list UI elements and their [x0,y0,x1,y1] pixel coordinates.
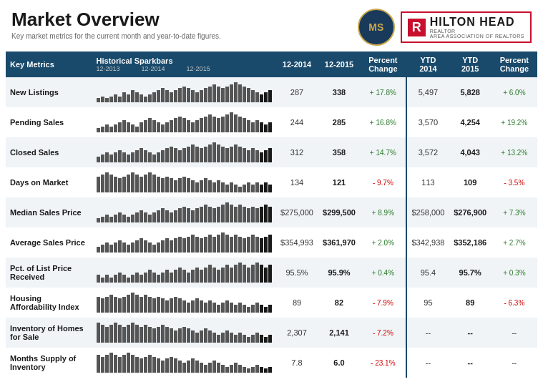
header-left: Market Overview Key market metrics for t… [11,9,221,40]
page-subtitle: Key market metrics for the current month… [11,32,221,40]
val-2014-cell: 95.5% [276,258,318,288]
ytd-pct-change-cell: + 6.0% [491,77,537,107]
ytd-2015-cell: 4,043 [449,137,491,167]
ytd-2014-cell: $342,938 [406,227,449,258]
ytd-pct-change-cell: + 2.7% [491,227,537,258]
sparkbar [97,351,272,374]
pct-change-cell: + 0.4% [360,258,406,288]
sparkbar-cell [92,77,276,107]
ytd-pct-change-cell: -- [491,348,537,378]
sparkbar-sub-header: 12-2013 12-2014 12-2015 [97,65,272,72]
ytd-2015-cell: -- [449,348,491,378]
hilton-head-text: HILTON HEAD REALTOR AREA ASSOCIATION OF … [430,16,524,39]
val-2015-cell: 358 [318,137,361,167]
ytd-pct-change-cell: -- [491,318,537,348]
val-2015-cell: 95.9% [318,258,361,288]
val-2015-cell: 2,141 [318,318,361,348]
table-row: New Listings287338+ 17.8%5,4975,828+ 6.0… [6,77,537,107]
header-logos: MS R HILTON HEAD REALTOR AREA ASSOCIATIO… [358,9,532,46]
sparkbar-cell [92,348,276,378]
pct-change-cell: + 8.9% [360,197,406,227]
ytd-2015-cell: 109 [449,167,491,197]
metric-name-cell: Inventory of Homes for Sale [6,318,92,348]
sparkbar-cell [92,137,276,167]
val-2014-cell: 312 [276,137,318,167]
sparkbar [97,141,272,164]
ytd-pct-change-cell: + 7.3% [491,197,537,227]
sparkbar [97,111,272,134]
ytd-2015-cell: 95.7% [449,258,491,288]
area-association-label: AREA ASSOCIATION OF REALTORS [430,34,524,39]
ytd-2014-cell: 3,572 [406,137,449,167]
col-header-historical: Historical Sparkbars 12-2013 12-2014 12-… [92,52,276,77]
ytd-2014-cell: 113 [406,167,449,197]
val-2014-cell: 89 [276,288,318,318]
table-row: Months Supply of Inventory7.86.0- 23.1%-… [6,348,537,378]
table-row: Inventory of Homes for Sale2,3072,141- 7… [6,318,537,348]
metric-name-cell: Pending Sales [6,107,92,137]
val-2014-cell: 2,307 [276,318,318,348]
val-2015-cell: $299,500 [318,197,361,227]
sparkbar [97,171,272,194]
col-header-ytd-2015: YTD 2015 [449,52,491,77]
val-2015-cell: $361,970 [318,227,361,258]
ytd-2015-cell: 4,254 [449,107,491,137]
market-overview-table: Key Metrics Historical Sparkbars 12-2013… [6,52,537,378]
sparkbar-cell [92,288,276,318]
sparkbar-cell [92,197,276,227]
table-row: Pct. of List Price Received95.5%95.9%+ 0… [6,258,537,288]
val-2014-cell: 7.8 [276,348,318,378]
ytd-pct-change-cell: - 6.3% [491,288,537,318]
ytd-2014-cell: 95 [406,288,449,318]
sparkbar-cell [92,107,276,137]
pct-change-cell: + 17.8% [360,77,406,107]
ytd-2015-cell: -- [449,318,491,348]
pct-change-cell: + 2.0% [360,227,406,258]
realtor-r-logo: R [408,19,426,36]
table-header-row: Key Metrics Historical Sparkbars 12-2013… [6,52,537,77]
col-header-ytd-pct-change: Percent Change [491,52,537,77]
val-2015-cell: 6.0 [318,348,361,378]
sparkbar-cell [92,167,276,197]
val-2014-cell: $275,000 [276,197,318,227]
table-row: Pending Sales244285+ 16.8%3,5704,254+ 19… [6,107,537,137]
ytd-2014-cell: 95.4 [406,258,449,288]
sparkbar [97,81,272,104]
sparkbar [97,201,272,224]
hilton-head-name: HILTON HEAD [430,16,524,29]
ytd-2015-cell: 5,828 [449,77,491,107]
ytd-2015-cell: $352,186 [449,227,491,258]
metric-name-cell: Average Sales Price [6,227,92,258]
col-header-key-metrics: Key Metrics [6,52,92,77]
table-row: Days on Market134121- 9.7%113109- 3.5% [6,167,537,197]
metric-name-cell: Days on Market [6,167,92,197]
ytd-pct-change-cell: + 0.3% [491,258,537,288]
ytd-pct-change-cell: - 3.5% [491,167,537,197]
hilton-head-logo: R HILTON HEAD REALTOR AREA ASSOCIATION O… [401,11,532,43]
table-row: Median Sales Price$275,000$299,500+ 8.9%… [6,197,537,227]
ytd-2014-cell: 3,570 [406,107,449,137]
val-2015-cell: 82 [318,288,361,318]
ytd-2015-cell: 89 [449,288,491,318]
val-2015-cell: 338 [318,77,361,107]
pct-change-cell: + 14.7% [360,137,406,167]
table-row: Closed Sales312358+ 14.7%3,5724,043+ 13.… [6,137,537,167]
col-header-ytd-2014: YTD 2014 [406,52,449,77]
sparkbar [97,321,272,344]
col-header-pct-change: Percent Change [360,52,406,77]
metric-name-cell: Pct. of List Price Received [6,258,92,288]
ytd-2014-cell: -- [406,318,449,348]
metric-name-cell: New Listings [6,77,92,107]
sparkbar [97,231,272,254]
sparkbar [97,291,272,314]
val-2014-cell: 134 [276,167,318,197]
pct-change-cell: - 7.9% [360,288,406,318]
sparkbar-cell [92,227,276,258]
sparkbar-cell [92,318,276,348]
metric-name-cell: Closed Sales [6,137,92,167]
val-2015-cell: 285 [318,107,361,137]
table-row: Housing Affordability Index8982- 7.9%958… [6,288,537,318]
pct-change-cell: + 16.8% [360,107,406,137]
val-2014-cell: 244 [276,107,318,137]
page-title: Market Overview [11,9,221,31]
